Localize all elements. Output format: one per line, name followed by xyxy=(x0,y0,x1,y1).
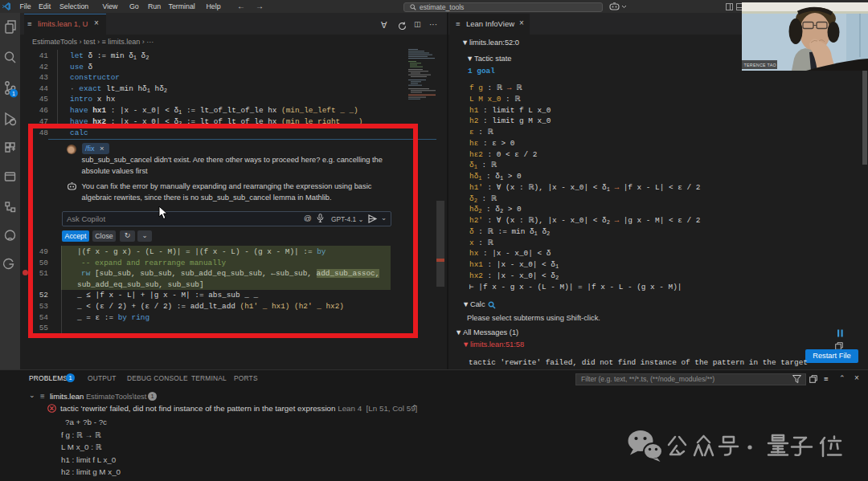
svg-text:1: 1 xyxy=(12,91,15,96)
svg-text:TERENCE TAO: TERENCE TAO xyxy=(744,63,776,67)
